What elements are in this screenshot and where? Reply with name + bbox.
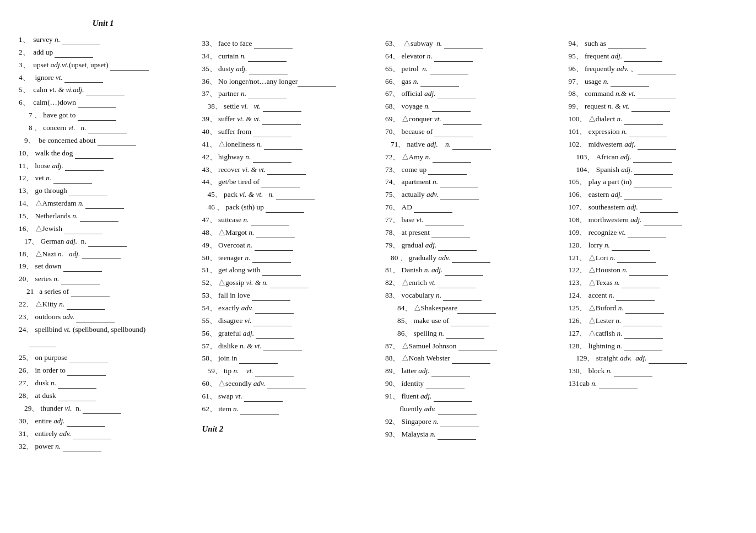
- list-item: 35、 dusty adj.: [202, 63, 371, 76]
- column-1: Unit 1 1、 survey n. 2、 add up 3、 upset a…: [14, 17, 192, 453]
- list-item: 34、 curtain n.: [202, 50, 371, 63]
- list-item: 61、 swap vt.: [202, 390, 371, 403]
- list-item: 30、 entire adj.: [19, 415, 188, 428]
- list-item: 27、 dusk n.: [19, 377, 188, 390]
- list-item: 33、 face to face: [202, 37, 371, 50]
- list-item: 74、 apartment n.: [385, 176, 554, 189]
- list-item: 10、 walk the dog: [19, 147, 188, 160]
- vocab-list-col4: 94、 such as 95、 frequent adj. 96、 freque…: [569, 37, 738, 390]
- list-item: 29、 thunder vi. n.: [24, 402, 188, 415]
- list-item: 47、 suitcase n.: [202, 214, 371, 227]
- list-item: 7 、 have got to: [29, 109, 188, 122]
- list-item: 129、 straight adv. adj.: [576, 352, 738, 365]
- list-item: 38、 settle vi. vt.: [208, 100, 371, 113]
- list-item: 43、 recover vi. & vt.: [202, 164, 371, 176]
- list-item: 66、 gas n.: [385, 76, 554, 88]
- list-item: 39、 suffer vt. & vi.: [202, 113, 371, 126]
- list-item: 50、 teenager n.: [202, 252, 371, 265]
- column-3: 63、 △subway n. 64、 elevator n. 65、 petro…: [381, 17, 559, 453]
- list-item: 98、 command n.& vt.: [569, 88, 738, 100]
- list-item: 82、 △enrich vt.: [385, 277, 554, 289]
- list-item: 64、 elevator n.: [385, 50, 554, 63]
- list-item: 84、 △Shakespeare: [397, 302, 554, 315]
- list-item: 56、 grateful adj.: [202, 327, 371, 340]
- list-item: 80 、 gradually adv.: [391, 252, 554, 265]
- list-item: 95、 frequent adj.: [569, 50, 738, 63]
- list-item: 93、 Malaysia n.: [385, 428, 554, 441]
- list-item: 63、 △subway n.: [385, 37, 554, 50]
- list-item: 18、 △Nazi n. adj.: [19, 248, 188, 261]
- list-item: 104、 Spanish adj.: [576, 164, 738, 176]
- list-item: 123、 △Texas n.: [569, 277, 738, 289]
- list-item: 79、 gradual adj.: [385, 239, 554, 252]
- vocab-list-col1: 1、 survey n. 2、 add up 3、 upset adj.vt.(…: [19, 34, 188, 453]
- unit1-title: Unit 1: [19, 19, 188, 28]
- list-item: 86、 spelling n.: [397, 327, 554, 340]
- list-item: 102、 midwestern adj.: [569, 138, 738, 151]
- list-item: 65、 petrol n.: [385, 63, 554, 76]
- list-item: 20、 series n.: [19, 273, 188, 286]
- page: Unit 1 1、 survey n. 2、 add up 3、 upset a…: [14, 17, 742, 453]
- list-item: [19, 336, 188, 349]
- list-item: 70、 because of: [385, 126, 554, 138]
- list-item: 14、 △Amsterdam n.: [19, 197, 188, 210]
- list-item: 101、 expression n.: [569, 126, 738, 138]
- list-item: 99、 request n. & vt.: [569, 100, 738, 113]
- list-item: fluently adv.: [394, 403, 554, 416]
- list-item: 131cab n.: [569, 378, 738, 390]
- list-item: 46 、 pack (sth) up: [208, 201, 371, 214]
- list-item: 71、 native adj. n.: [391, 138, 554, 151]
- list-item: 94、 such as: [569, 37, 738, 50]
- list-item: 127、 △catfish n.: [569, 327, 738, 340]
- list-item: 16、 △Jewish: [19, 223, 188, 235]
- column-4: 94、 such as 95、 frequent adj. 96、 freque…: [564, 17, 742, 453]
- list-item: 59、 tip n. vt.: [208, 365, 371, 378]
- list-item: 6、 calm(…)down: [19, 96, 188, 109]
- list-item: 49、 Overcoat n.: [202, 239, 371, 252]
- list-item: 92、 Singapore n.: [385, 416, 554, 428]
- list-item: 78、 at present: [385, 227, 554, 239]
- vocab-list-col3: 63、 △subway n. 64、 elevator n. 65、 petro…: [385, 37, 554, 441]
- list-item: 73、 come up: [385, 164, 554, 176]
- list-item: 77、 base vt.: [385, 214, 554, 227]
- list-item: 54、 exactly adv.: [202, 302, 371, 315]
- list-item: 109、 recognize vt.: [569, 227, 738, 239]
- list-item: 44、 get/be tired of: [202, 176, 371, 189]
- list-item: 68、 voyage n.: [385, 100, 554, 113]
- list-item: 105、 play a part (in): [569, 176, 738, 189]
- list-item: 75、 actually adv.: [385, 189, 554, 201]
- list-item: 60、 △secondly adv.: [202, 378, 371, 390]
- list-item: 125、 △Buford n.: [569, 302, 738, 315]
- list-item: 11、 loose adj.: [19, 160, 188, 173]
- list-item: 76、 AD: [385, 201, 554, 214]
- list-item: 24、 spellbind vt. (spellbound, spellboun…: [19, 324, 188, 336]
- list-item: 1、 survey n.: [19, 34, 188, 46]
- list-item: 85、 make use of: [397, 315, 554, 327]
- list-item: 121、 △Lori n.: [569, 252, 738, 265]
- list-item: 83、 vocabulary n.: [385, 289, 554, 302]
- list-item: 126、 △Lester n.: [569, 315, 738, 327]
- list-item: 41、 △loneliness n.: [202, 138, 371, 151]
- list-item: 58、 join in: [202, 352, 371, 365]
- list-item: [202, 416, 371, 422]
- list-item: 89、 latter adj.: [385, 365, 554, 378]
- list-item: 8 、 concern vt. n.: [29, 122, 188, 134]
- list-item: 4、 ignore vt.: [19, 72, 188, 84]
- list-item: 3、 upset adj.vt.(upset, upset): [19, 59, 188, 72]
- list-item: 32、 power n.: [19, 440, 188, 453]
- list-item: 53、 fall in love: [202, 289, 371, 302]
- list-item: 90、 identity: [385, 378, 554, 390]
- list-item: 28、 at dusk: [19, 390, 188, 402]
- list-item: 31、 entirely adv.: [19, 428, 188, 440]
- list-item: 62、 item n.: [202, 403, 371, 416]
- list-item: 120、 lorry n.: [569, 239, 738, 252]
- list-item: 21 a series of: [26, 286, 188, 298]
- list-item: 12、 vet n.: [19, 172, 188, 185]
- list-item: 107、 southeastern adj.: [569, 201, 738, 214]
- list-item: 51、 get along with: [202, 264, 371, 277]
- list-item: 19、 set down: [19, 260, 188, 273]
- list-item: 87、 △Samuel Johnson: [385, 340, 554, 353]
- list-item: 36、 No longer/not…any longer: [202, 76, 371, 88]
- unit2-label: Unit 2: [202, 422, 371, 437]
- list-item: 15、 Netherlands n.: [19, 210, 188, 223]
